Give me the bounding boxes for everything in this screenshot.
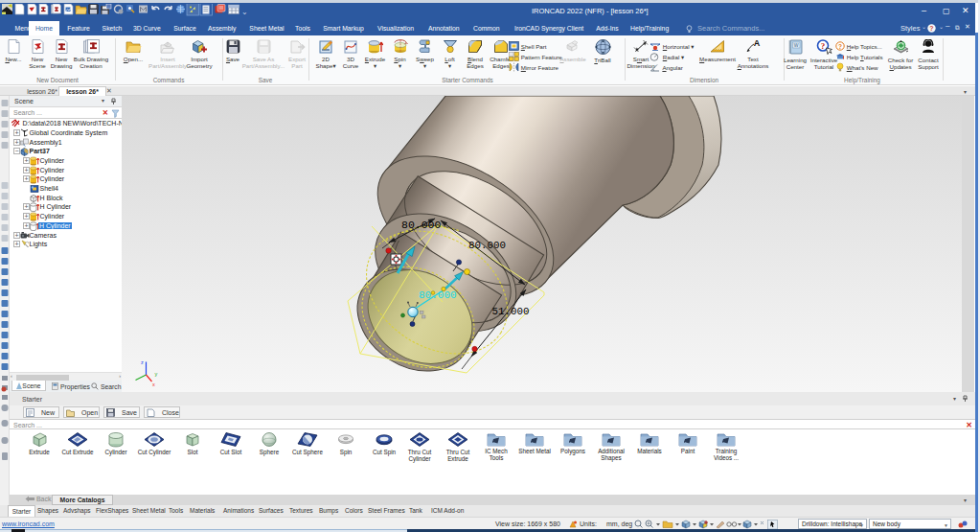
svg-text:80.000: 80.000 <box>419 289 457 301</box>
svg-text:z: z <box>141 359 144 365</box>
svg-text:?: ? <box>838 43 842 50</box>
svg-text:x: x <box>152 382 155 387</box>
svg-text:80.000: 80.000 <box>401 219 442 231</box>
svg-text:W: W <box>793 42 798 48</box>
svg-text:A: A <box>753 39 760 48</box>
svg-text:?: ? <box>929 25 933 32</box>
svg-text:80.000: 80.000 <box>468 240 506 251</box>
svg-text:y: y <box>155 371 158 377</box>
svg-text:?: ? <box>820 41 825 51</box>
svg-text:51.000: 51.000 <box>492 306 530 317</box>
